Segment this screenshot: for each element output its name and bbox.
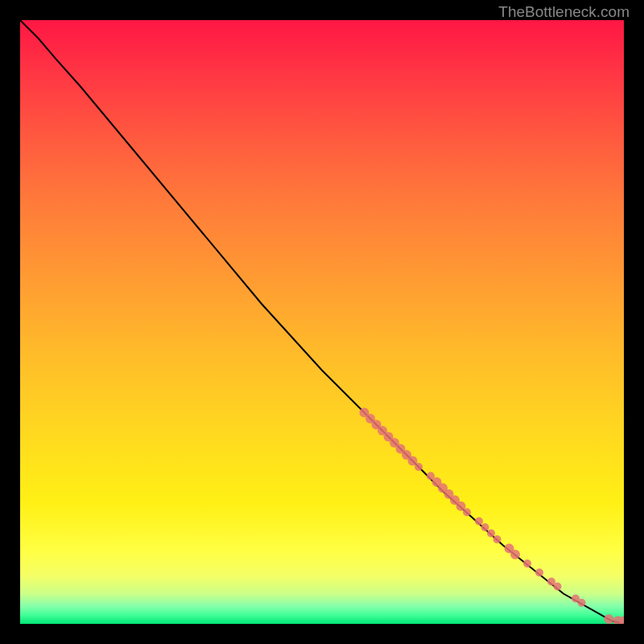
data-marker	[510, 550, 520, 559]
data-marker	[493, 535, 502, 543]
data-marker	[475, 518, 483, 526]
plot-area	[20, 20, 624, 624]
curve-line	[20, 20, 624, 624]
data-marker	[604, 614, 613, 624]
data-marker	[481, 523, 489, 531]
data-marker	[415, 463, 423, 471]
data-marker	[578, 599, 586, 607]
data-marker	[463, 508, 471, 516]
data-marker	[487, 530, 495, 538]
watermark-text: TheBottleneck.com	[498, 3, 630, 21]
data-marker	[554, 583, 562, 591]
chart-svg	[20, 20, 624, 624]
markers-group	[360, 408, 625, 625]
data-marker	[535, 568, 543, 576]
data-marker	[523, 559, 531, 568]
